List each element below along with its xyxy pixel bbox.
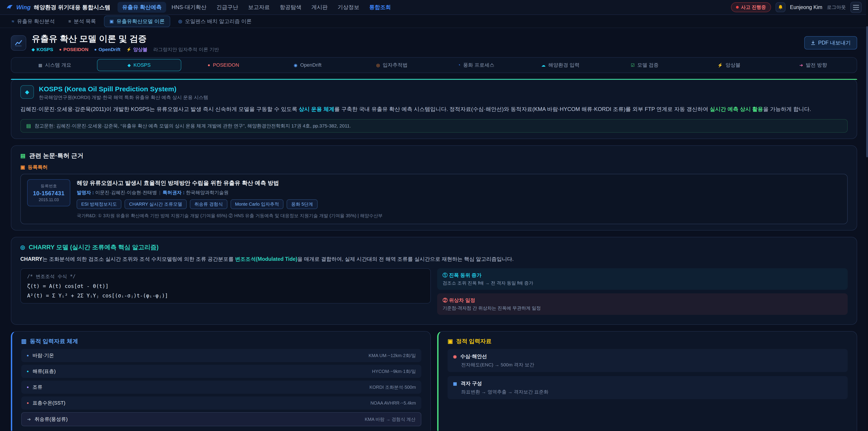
tag-monte-carlo: Monte Carlo 입자추적 <box>230 199 284 209</box>
row-wind-temperature: ●바람·기온 KMA UM·~12km·2회/일 <box>21 349 421 362</box>
charry-title: CHARRY 모델 (실시간 조류예측 핵심 알고리즘) <box>29 243 159 251</box>
patent-section-title: 관련 논문·특허 근거 <box>29 152 84 160</box>
tab-oil-fence-theory[interactable]: ◎ 오일펜스 배치 알고리즘 이론 <box>173 16 257 27</box>
tab-analysis-list[interactable]: ≡ 분석 목록 <box>63 16 101 27</box>
registered-patent-label: ▣ 등록특허 <box>20 164 848 171</box>
page-subtitle: 라그랑지안 입자추적 이론 기반 <box>153 46 219 53</box>
registration-date: 2015.11.03 <box>33 197 64 202</box>
note-phase-constant: ② 위상차 일정 기준점-격자점 간 위상차는 진폭에 무관하게 일정 <box>437 294 848 315</box>
section-tab-particle-tracking[interactable]: ◎입자추적법 <box>350 59 434 71</box>
charry-title-row: ◎ CHARRY 모델 (실시간 조류예측 핵심 알고리즘) <box>20 243 848 251</box>
weathering-icon: ◔ <box>458 63 460 68</box>
nav-item-hns-atmospheric[interactable]: HNS·대기확산 <box>167 2 211 13</box>
diamond-icon: ◆ <box>32 47 35 52</box>
kosps-overview-card: ◆ KOSPS (Korea Oil Spill Prediction Syst… <box>11 79 857 139</box>
registration-number-label: 등록번호 <box>33 183 64 189</box>
section-tab-bar: ▦시스템 개요 ◆KOSPS ●POSEIDON ◉OpenDrift ◎입자추… <box>11 57 857 73</box>
row-wind-driven-current: ➔취송류(풍성류) KMA 바람 → 경험식 계산 <box>21 412 421 426</box>
tag-wdc-formula: 취송류 경험식 <box>190 199 227 209</box>
formula-line-2: A²(t) = Σ Yᵢ² + 2Σ YᵢYⱼ cos[(σᵢ-σⱼ)t-(φᵢ… <box>27 293 424 299</box>
dynamic-input-title: 동적 입력자료 체계 <box>30 337 78 345</box>
app-title: 해양환경 위기대응 통합시스템 <box>34 4 110 11</box>
notifications-button[interactable] <box>776 2 785 12</box>
nav-item-reports[interactable]: 보고자료 <box>244 2 274 13</box>
patent-section-title-row: ▤ 관련 논문·특허 근거 <box>20 152 848 160</box>
modulated-tide-formula-block: /* 변조조석 수식 */ ζ(t) = A(t) cos[σt - θ(t)]… <box>20 268 431 304</box>
page-scrollbar-thumb[interactable] <box>866 26 868 157</box>
incident-dot-icon <box>736 6 739 8</box>
document-icon: ▤ <box>20 153 26 159</box>
target-icon: ◎ <box>178 19 182 24</box>
nav-item-board[interactable]: 게시판 <box>307 2 332 13</box>
dot-icon: ● <box>208 63 210 68</box>
section-tab-ocean-input[interactable]: ☁해양환경 입력 <box>518 59 602 71</box>
input-data-section: ▥ 동적 입력자료 체계 ●바람·기온 KMA UM·~12km·2회/일 ●해… <box>11 331 857 431</box>
dot-icon: ● <box>27 385 29 389</box>
static-input-card: ▣ 정적 입력자료 ◉수심·해안선 전자해도(ENC) → 500m 격자 보간… <box>437 331 857 431</box>
cloud-icon: ☁ <box>541 63 546 68</box>
row-grid-construction: ▦격자 구성 좌표변환 → 영역추출 → 격자보간 표준화 <box>447 376 848 399</box>
dot-icon: ● <box>27 401 29 405</box>
dot-icon: ● <box>94 47 97 52</box>
diamond-icon: ◆ <box>127 63 131 68</box>
static-input-title: 정적 입력자료 <box>456 337 492 345</box>
circle-dot-icon: ◉ <box>293 63 298 68</box>
registration-number: 10-1567431 <box>33 190 64 196</box>
book-icon: ▣ <box>110 19 114 24</box>
page-title: 유출유 확산 모델 이론 및 검증 <box>32 33 219 44</box>
kosps-diamond-icon: ◆ <box>20 85 34 99</box>
tag-charry-model: CHARRY 실시간 조류모델 <box>125 199 187 209</box>
section-tab-ensemble[interactable]: ⚡앙상블 <box>687 59 771 71</box>
app-logo[interactable]: Wing 해양환경 위기대응 통합시스템 <box>6 4 110 11</box>
book-icon: ▤ <box>26 123 31 129</box>
kosps-card-subtitle: 한국해양연구원(KORDI) 개발·한국 해역 특화 유출유 확산 예측 상시 … <box>39 94 208 100</box>
main-menu: 유출유 확산예측 HNS·대기확산 긴급구난 보고자료 항공탐색 게시판 기상정… <box>118 2 395 13</box>
tag-esi-map: ESI 방제정보지도 <box>76 199 121 209</box>
rocket-icon: ➔ <box>800 63 803 68</box>
nav-item-oil-spill-prediction[interactable]: 유출유 확산예측 <box>118 2 166 13</box>
badge-kosps: ◆KOSPS <box>32 47 53 52</box>
row-bathymetry-coastline: ◉수심·해안선 전자해도(ENC) → 500m 격자 보간 <box>447 349 848 372</box>
page-header-text: 유출유 확산 모델 이론 및 검증 ◆KOSPS ●POSEIDON ●Open… <box>32 33 219 53</box>
section-tab-opendrift[interactable]: ◉OpenDrift <box>266 59 350 71</box>
tab-spill-analysis[interactable]: ≈ 유출유 확산분석 <box>6 16 60 27</box>
swirl-icon: ◎ <box>20 244 25 250</box>
reference-text: 참고문헌: 김혜진·이문진·오세웅·강준묵, “유출유 확산 예측 모델의 상시… <box>35 123 351 129</box>
row-tidal-current: ●조류 KORDI 조화분석·500m <box>21 380 421 394</box>
static-input-rows: ◉수심·해안선 전자해도(ENC) → 500m 격자 보간 ▦격자 구성 좌표… <box>447 349 848 399</box>
brand-wing-text: Wing <box>16 4 31 11</box>
top-navigation: Wing 해양환경 위기대응 통합시스템 유출유 확산예측 HNS·대기확산 긴… <box>0 0 868 15</box>
badge-poseidon: ●POSEIDON <box>59 47 88 52</box>
model-badges: ◆KOSPS ●POSEIDON ●OpenDrift ⚡앙상블 라그랑지안 입… <box>32 46 219 53</box>
nav-item-weather-info[interactable]: 기상정보 <box>333 2 364 13</box>
tag-weathering-stages: 풍화 5단계 <box>287 199 318 209</box>
download-icon <box>811 40 815 45</box>
highlight-realtime-use: 실시간 예측 상시 활용 <box>710 106 763 112</box>
wing-logo-icon <box>6 4 13 11</box>
dot-icon: ● <box>27 353 29 358</box>
chart-icon: ≈ <box>12 19 14 24</box>
static-input-title-row: ▣ 정적 입력자료 <box>447 337 848 345</box>
nav-item-integrated-search[interactable]: 통합조회 <box>365 2 396 13</box>
section-tab-overview[interactable]: ▦시스템 개요 <box>13 59 97 71</box>
menu-button[interactable] <box>850 2 862 13</box>
section-tab-validation[interactable]: ☑모델 검증 <box>602 59 687 71</box>
list-icon: ≡ <box>68 19 71 24</box>
section-tab-poseidon[interactable]: ●POSEIDON <box>181 59 266 71</box>
user-name: Eunjeong Kim <box>790 4 822 10</box>
dot-icon: ● <box>59 47 61 52</box>
section-tab-kosps[interactable]: ◆KOSPS <box>97 59 181 71</box>
incident-status-badge[interactable]: 사고 진행중 <box>731 2 771 12</box>
reference-box: ▤ 참고문헌: 김혜진·이문진·오세웅·강준묵, “유출유 확산 예측 모델의 … <box>20 119 848 133</box>
pdf-export-button[interactable]: PDF 내보내기 <box>804 36 857 50</box>
logout-link[interactable]: 로그아웃 <box>827 4 846 10</box>
nav-item-aerial-search[interactable]: 항공탐색 <box>275 2 306 13</box>
nav-item-emergency-rescue[interactable]: 긴급구난 <box>212 2 243 13</box>
section-tab-roadmap[interactable]: ➔발전 방향 <box>771 59 855 71</box>
section-tab-weathering[interactable]: ◔풍화 프로세스 <box>434 59 518 71</box>
row-sst: ●표층수온(SST) NOAA AVHRR·~5.4km <box>21 396 421 409</box>
kosps-card-title: KOSPS (Korea Oil Spill Prediction System… <box>39 85 208 93</box>
lightning-icon: ⚡ <box>717 63 723 68</box>
tab-spill-model-theory[interactable]: ▣ 유출유확산모델 이론 <box>104 16 170 27</box>
page-header: 유출유 확산 모델 이론 및 검증 ◆KOSPS ●POSEIDON ●Open… <box>0 28 868 56</box>
